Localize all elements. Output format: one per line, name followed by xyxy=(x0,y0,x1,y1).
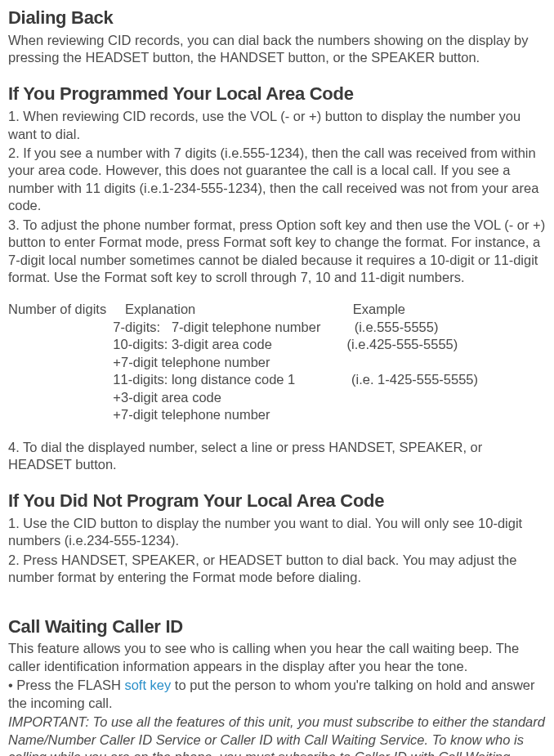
step-4: 4. To dial the displayed number, select … xyxy=(8,439,546,474)
table-row-11digits-c: +7-digit telephone number xyxy=(8,407,270,422)
step-1: 1. When reviewing CID records, use the V… xyxy=(8,108,546,143)
section-call-waiting: Call Waiting Caller ID This feature allo… xyxy=(8,615,546,756)
heading-dialing-back: Dialing Back xyxy=(8,7,546,30)
step-2-np: 2. Press HANDSET, SPEAKER, or HEADSET bu… xyxy=(8,552,546,587)
bullet-pre: • Press the FLASH xyxy=(8,678,124,692)
step-3: 3. To adjust the phone number format, pr… xyxy=(8,217,546,287)
heading-call-waiting: Call Waiting Caller ID xyxy=(8,615,546,639)
body-dialing-back: When reviewing CID records, you can dial… xyxy=(8,32,546,67)
heading-not-programmed: If You Did Not Program Your Local Area C… xyxy=(8,490,546,513)
section-not-programmed: If You Did Not Program Your Local Area C… xyxy=(8,490,546,586)
table-row-10digits-b: +7-digit telephone number xyxy=(8,355,270,369)
table-row-11digits-a: 11-digits: long distance code 1 (i.e. 1-… xyxy=(8,372,478,387)
section-programmed-area-code: If You Programmed Your Local Area Code 1… xyxy=(8,83,546,473)
body-call-waiting-1: This feature allows you to see who is ca… xyxy=(8,640,546,675)
table-header-row: Number of digits Explanation Example xyxy=(8,302,405,316)
heading-programmed: If You Programmed Your Local Area Code xyxy=(8,83,546,106)
bullet-flash: • Press the FLASH soft key to put the pe… xyxy=(8,677,546,712)
table-row-7digits: 7-digits: 7-digit telephone number (i.e.… xyxy=(8,320,438,334)
table-row-10digits-a: 10-digits: 3-digit area code (i.e.425-55… xyxy=(8,337,458,351)
step-2: 2. If you see a number with 7 digits (i.… xyxy=(8,145,546,215)
important-note: IMPORTANT: To use all the features of th… xyxy=(8,714,546,756)
step-1-np: 1. Use the CID button to display the num… xyxy=(8,515,546,550)
soft-key-link: soft key xyxy=(124,678,171,692)
table-row-11digits-b: +3-digit area code xyxy=(8,390,221,405)
section-dialing-back: Dialing Back When reviewing CID records,… xyxy=(8,7,546,66)
digits-table: Number of digits Explanation Example 7-d… xyxy=(8,301,546,423)
